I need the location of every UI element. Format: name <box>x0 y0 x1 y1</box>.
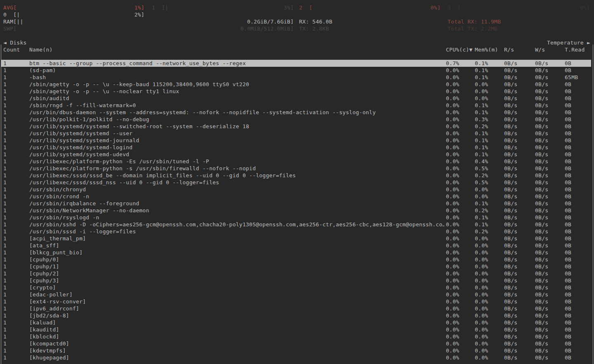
process-row[interactable]: 1[acpi_thermal_pm]0.0%0.0%0B/s0B/s0B <box>1 235 591 242</box>
process-table-header: Count Name(n) CPU%(c)▼ Mem%(m) R/s W/s T… <box>0 46 594 53</box>
column-header-total-read[interactable]: T.Read <box>565 46 585 53</box>
process-row-selected[interactable]: 1btm --basic --group --process_command -… <box>1 60 591 67</box>
process-row[interactable]: 1[kdevtmpfs]0.0%0.0%0B/s0B/s0B <box>1 347 591 354</box>
process-name: /usr/sbin/sssd -i --logger=files <box>29 228 444 235</box>
process-name: [kcompactd0] <box>29 340 444 347</box>
column-header-cpu-sort-desc[interactable]: CPU%(c)▼ <box>446 46 473 53</box>
process-tread: 0B <box>565 102 571 109</box>
process-row[interactable]: 1[ata_sff]0.0%0.0%0B/s0B/s0B <box>1 242 591 249</box>
cpu-meter-cpu0[interactable]: 0 [|2%] <box>3 11 144 18</box>
process-rs: 0B/s <box>504 270 517 277</box>
process-row[interactable]: 1[ext4-rsv-conver]0.0%0.0%0B/s0B/s0B <box>1 298 591 305</box>
process-row[interactable]: 1/usr/lib/systemd/systemd-logind0.0%0.1%… <box>1 144 591 151</box>
cpu-meter-cpu2[interactable]: 2 [0%] <box>299 4 441 11</box>
process-row[interactable]: 1[kauditd]0.0%0.0%0B/s0B/s0B <box>1 326 591 333</box>
process-row[interactable]: 1[cpuhp/2]0.0%0.0%0B/s0B/s0B <box>1 270 591 277</box>
process-count: 1 <box>3 256 7 263</box>
process-row[interactable]: 1/sbin/agetty -o -p -- \u --noclear tty1… <box>1 88 591 95</box>
process-mem: 0.2% <box>475 207 488 214</box>
process-ws: 0B/s <box>535 60 548 67</box>
process-row[interactable]: 1/sbin/rngd -f --fill-watermark=00.0%0.1… <box>1 102 591 109</box>
process-row[interactable]: 1/sbin/agetty -o -p -- \u --keep-baud 11… <box>1 81 591 88</box>
process-row[interactable]: 1(sd-pam)0.0%0.1%0B/s0B/s0B <box>1 67 591 74</box>
process-ws: 0B/s <box>535 102 548 109</box>
process-name: [cpuhp/0] <box>29 256 444 263</box>
process-row[interactable]: 1/usr/lib/systemd/systemd-udevd0.0%0.1%0… <box>1 151 591 158</box>
process-row[interactable]: 1[kcompactd0]0.0%0.0%0B/s0B/s0B <box>1 340 591 347</box>
process-row[interactable]: 1/usr/lib/systemd/systemd --user0.0%0.1%… <box>1 130 591 137</box>
process-row[interactable]: 1/usr/sbin/irqbalance --foreground0.0%0.… <box>1 200 591 207</box>
process-mem: 0.0% <box>475 333 488 340</box>
column-header-count[interactable]: Count <box>3 46 20 53</box>
process-row[interactable]: 1/usr/libexec/sssd/sssd_be --domain impl… <box>1 172 591 179</box>
process-mem: 0.1% <box>475 102 488 109</box>
process-row[interactable]: 1[kblockd]0.0%0.0%0B/s0B/s0B <box>1 333 591 340</box>
process-rs: 0B/s <box>504 340 517 347</box>
process-cpu: 0.0% <box>446 200 459 207</box>
process-cpu: 0.0% <box>446 116 459 123</box>
process-row[interactable]: 1/usr/sbin/sshd -D -oCiphers=aes256-gcm@… <box>1 221 591 228</box>
process-ws: 0B/s <box>535 179 548 186</box>
process-row[interactable]: 1[crypto]0.0%0.0%0B/s0B/s0B <box>1 284 591 291</box>
ram-meter[interactable]: RAM[||0.2GiB/7.6GiB] <box>3 18 294 25</box>
process-name: /usr/sbin/rsyslogd -n <box>29 214 444 221</box>
network-rx-value: RX: 546.0B <box>299 18 332 25</box>
process-row[interactable]: 1/usr/libexec/platform-python -Es /usr/s… <box>1 158 591 165</box>
process-rs: 0B/s <box>504 277 517 284</box>
cpu-meter-cpu3[interactable]: 3 [0%] <box>448 4 590 11</box>
process-tread: 0B <box>565 256 571 263</box>
process-row[interactable]: 1[khugepaged]0.0%0.0%0B/s0B/s0B <box>1 354 591 361</box>
process-row[interactable]: 1/usr/sbin/chronyd0.0%0.0%0B/s0B/s0B <box>1 186 591 193</box>
process-count: 1 <box>3 151 7 158</box>
process-mem: 0.1% <box>475 221 488 228</box>
column-header-reads[interactable]: R/s <box>504 46 514 53</box>
process-row[interactable]: 1/usr/sbin/rsyslogd -n0.0%0.1%0B/s0B/s0B <box>1 214 591 221</box>
process-row[interactable]: 1/usr/lib/polkit-1/polkitd --no-debug0.0… <box>1 116 591 123</box>
process-ws: 0B/s <box>535 235 548 242</box>
process-row[interactable]: 1/usr/sbin/crond -n0.0%0.0%0B/s0B/s0B <box>1 193 591 200</box>
process-name: [edac-poller] <box>29 291 444 298</box>
process-mem: 0.0% <box>475 256 488 263</box>
nav-temperature-right-arrow[interactable]: Temperature ► <box>547 39 590 46</box>
process-cpu: 0.0% <box>446 235 459 242</box>
process-row[interactable]: 1/usr/libexec/sssd/sssd_nss --uid 0 --gi… <box>1 179 591 186</box>
process-tread: 0B <box>565 228 571 235</box>
process-rs: 0B/s <box>504 298 517 305</box>
process-count: 1 <box>3 200 7 207</box>
process-row[interactable]: 1/usr/lib/systemd/systemd-journald0.0%0.… <box>1 137 591 144</box>
process-tread: 0B <box>565 235 571 242</box>
process-row[interactable]: 1[ipv6_addrconf]0.0%0.0%0B/s0B/s0B <box>1 305 591 312</box>
process-row[interactable]: 1[blkcg_punt_bio]0.0%0.0%0B/s0B/s0B <box>1 249 591 256</box>
process-mem: 0.0% <box>475 88 488 95</box>
cpu-meter-cpu1[interactable]: 1 [|3%] <box>152 4 294 11</box>
process-row[interactable]: 1[edac-poller]0.0%0.0%0B/s0B/s0B <box>1 291 591 298</box>
process-row[interactable]: 1[cpuhp/1]0.0%0.0%0B/s0B/s0B <box>1 263 591 270</box>
process-row[interactable]: 1[jbd2/sda-8]0.0%0.0%0B/s0B/s0B <box>1 312 591 319</box>
process-row[interactable]: 1/sbin/auditd0.0%0.0%0B/s0B/s0B <box>1 95 591 102</box>
column-header-writes[interactable]: W/s <box>535 46 545 53</box>
process-row[interactable]: 1/usr/sbin/NetworkManager --no-daemon0.0… <box>1 207 591 214</box>
process-row[interactable]: 1/usr/bin/dbus-daemon --system --address… <box>1 109 591 116</box>
process-row[interactable]: 1/usr/sbin/sssd -i --logger=files0.0%0.2… <box>1 228 591 235</box>
process-row[interactable]: 1[kaluad]0.0%0.0%0B/s0B/s0B <box>1 319 591 326</box>
swp-meter[interactable]: SWP[0.0MiB/512.0MiB] <box>3 25 294 32</box>
process-row[interactable]: 1/usr/lib/systemd/systemd --switched-roo… <box>1 123 591 130</box>
process-mem: 0.3% <box>475 116 488 123</box>
process-row[interactable]: 1-bash0.0%0.1%0B/s0B/s65MB <box>1 74 591 81</box>
process-mem: 0.0% <box>475 319 488 326</box>
process-row[interactable]: 1/usr/libexec/platform-python -s /usr/sb… <box>1 165 591 172</box>
process-mem: 0.0% <box>475 305 488 312</box>
cpu-meter-avg[interactable]: AVG[1%] <box>3 4 144 11</box>
process-count: 1 <box>3 116 7 123</box>
column-header-mem[interactable]: Mem%(m) <box>475 46 498 53</box>
process-row[interactable]: 1[cpuhp/3]0.0%0.0%0B/s0B/s0B <box>1 277 591 284</box>
process-rs: 0B/s <box>504 305 517 312</box>
process-mem: 0.1% <box>475 137 488 144</box>
process-ws: 0B/s <box>535 144 548 151</box>
process-row[interactable]: 1[cpuhp/0]0.0%0.0%0B/s0B/s0B <box>1 256 591 263</box>
process-rs: 0B/s <box>504 74 517 81</box>
nav-disks-left-arrow[interactable]: ◄ Disks <box>3 39 27 46</box>
column-header-name[interactable]: Name(n) <box>29 46 53 53</box>
process-ws: 0B/s <box>535 158 548 165</box>
process-name: /usr/sbin/crond -n <box>29 193 444 200</box>
